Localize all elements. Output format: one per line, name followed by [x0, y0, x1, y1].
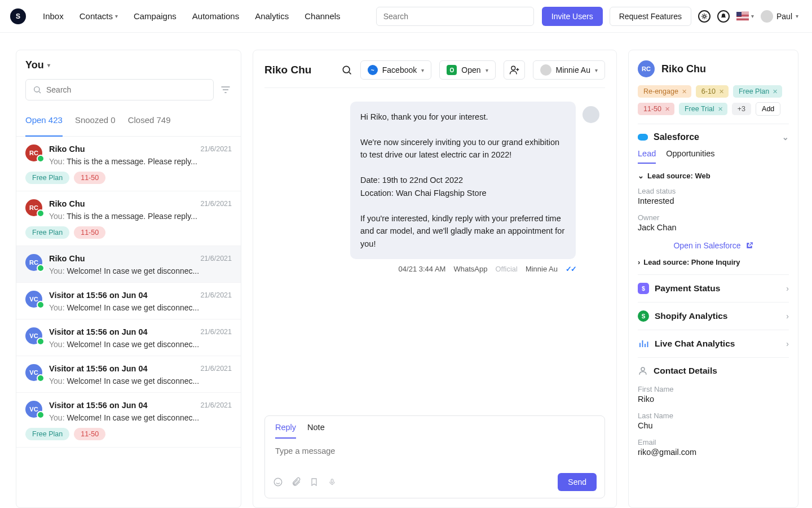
- app-logo[interactable]: S: [10, 8, 26, 24]
- nav-contacts[interactable]: Contacts▾: [80, 11, 118, 21]
- conversation-tag: Free Plan: [25, 172, 69, 184]
- salesforce-icon: [638, 134, 648, 141]
- add-participant-button[interactable]: [504, 60, 525, 80]
- microphone-icon[interactable]: [327, 477, 337, 487]
- conversation-avatar: RC: [25, 144, 42, 161]
- assignee-selector[interactable]: Minnie Au ▾: [533, 60, 605, 80]
- channel-label: Facebook: [382, 65, 417, 75]
- attachment-icon[interactable]: [291, 477, 301, 487]
- nav-analytics[interactable]: Analytics: [255, 11, 289, 21]
- composer-textarea[interactable]: [275, 446, 594, 465]
- message-line: If you're interested, kindly reply with …: [360, 212, 566, 250]
- message-time: 04/21 3:44 AM: [399, 265, 446, 273]
- remove-tag-icon[interactable]: ✕: [718, 106, 723, 113]
- conversation-date: 21/6/2021: [200, 291, 232, 299]
- add-tag-button[interactable]: Add: [756, 102, 780, 116]
- salesforce-header[interactable]: Salesforce ⌄: [638, 132, 789, 142]
- contact-tag[interactable]: Re-engage✕: [638, 85, 691, 98]
- user-menu[interactable]: Paul ▾: [761, 10, 798, 23]
- tag-label: Re-engage: [643, 87, 678, 95]
- conversation-item[interactable]: RCRiko Chu21/6/2021You: This is the a me…: [16, 137, 241, 191]
- locale-selector[interactable]: ▾: [736, 12, 754, 20]
- more-tags-pill[interactable]: +3: [732, 103, 751, 115]
- composer-tab-reply[interactable]: Reply: [275, 423, 296, 439]
- live-chat-analytics-label: Live Chat Analytics: [655, 339, 735, 349]
- composer-tab-note[interactable]: Note: [307, 423, 325, 439]
- chevron-down-icon: ▾: [421, 67, 424, 73]
- last-name-label: Last Name: [638, 411, 789, 420]
- salesforce-tab-lead[interactable]: Lead: [638, 149, 656, 164]
- remove-tag-icon[interactable]: ✕: [773, 88, 778, 95]
- conversation-item[interactable]: VCVisitor at 15:56 on Jun 0421/6/2021You…: [16, 283, 241, 319]
- chat-search-icon[interactable]: [341, 64, 352, 76]
- facebook-icon: ~: [368, 65, 378, 75]
- message-official: Official: [495, 265, 518, 273]
- bookmark-icon[interactable]: [309, 477, 319, 487]
- emoji-icon[interactable]: [273, 477, 283, 487]
- live-chat-analytics-row[interactable]: Live Chat Analytics ›: [638, 330, 789, 357]
- svg-point-4: [274, 478, 282, 486]
- chevron-down-icon: ▾: [115, 13, 118, 19]
- message-area[interactable]: Hi Riko, thank you for your interest. We…: [264, 88, 605, 408]
- inbox-owner-label: You: [25, 59, 44, 71]
- salesforce-tab-opportunities[interactable]: Opportunities: [666, 149, 714, 164]
- composer-tabs: Reply Note: [265, 416, 604, 439]
- tag-label: Free Trial: [685, 105, 714, 113]
- lead-status-label: Lead status: [638, 187, 789, 195]
- message-sender: Minnie Au: [526, 265, 558, 273]
- user-icon: [638, 366, 648, 376]
- inbox-owner-selector[interactable]: You ▾: [25, 59, 232, 71]
- tab-open[interactable]: Open 423: [25, 115, 63, 137]
- contact-tag[interactable]: Free Trial✕: [679, 103, 727, 115]
- shopify-analytics-label: Shopify Analytics: [655, 311, 727, 321]
- send-button[interactable]: Send: [558, 473, 597, 491]
- nav-campaigns[interactable]: Campaigns: [134, 11, 176, 21]
- tab-closed[interactable]: Closed 749: [128, 115, 171, 130]
- contact-details-title: Contact Details: [654, 366, 717, 376]
- conversation-item[interactable]: RCRiko Chu21/6/2021You: Welcome! In case…: [16, 246, 241, 283]
- contact-tag[interactable]: 6-10✕: [696, 85, 729, 98]
- svg-point-0: [703, 15, 705, 17]
- invite-users-button[interactable]: Invite Users: [542, 7, 603, 26]
- conversation-tag: Free Plan: [25, 226, 69, 239]
- conversation-name: Visitor at 15:56 on Jun 04: [49, 364, 148, 373]
- channel-selector[interactable]: ~ Facebook ▾: [360, 60, 431, 80]
- conversation-tag: 11-50: [74, 428, 105, 440]
- tab-snoozed[interactable]: Snoozed 0: [75, 115, 116, 130]
- nav-inbox[interactable]: Inbox: [43, 11, 64, 21]
- conversation-avatar: VC: [25, 327, 42, 344]
- contact-tag[interactable]: 11-50✕: [638, 103, 674, 115]
- chevron-down-icon: ▾: [751, 13, 754, 19]
- lead-source-phone[interactable]: › Lead source: Phone Inquiry: [638, 258, 789, 266]
- conversation-avatar: VC: [25, 401, 42, 418]
- remove-tag-icon[interactable]: ✕: [682, 88, 687, 95]
- nav-automations[interactable]: Automations: [192, 11, 239, 21]
- notifications-icon[interactable]: [717, 10, 730, 23]
- help-icon[interactable]: [698, 10, 710, 23]
- conversation-name: Riko Chu: [49, 254, 85, 263]
- conversation-item[interactable]: VCVisitor at 15:56 on Jun 0421/6/2021You…: [16, 356, 241, 393]
- payment-status-row[interactable]: $ Payment Status ›: [638, 274, 789, 302]
- conversation-search-input[interactable]: [46, 85, 206, 94]
- conversation-item[interactable]: RCRiko Chu21/6/2021You: This is the a me…: [16, 191, 241, 246]
- conversation-list-header: You ▾: [16, 50, 241, 107]
- nav-channels[interactable]: Channels: [304, 11, 340, 21]
- open-in-salesforce-link[interactable]: Open in Salesforce: [638, 237, 789, 253]
- contact-tag[interactable]: Free Plan✕: [733, 85, 782, 98]
- conversation-list[interactable]: RCRiko Chu21/6/2021You: This is the a me…: [16, 137, 241, 507]
- contact-details-header: Contact Details: [638, 357, 789, 384]
- request-features-button[interactable]: Request Features: [610, 7, 691, 26]
- conversation-avatar: RC: [25, 199, 42, 216]
- conversation-search[interactable]: [25, 79, 214, 100]
- remove-tag-icon[interactable]: ✕: [665, 106, 670, 113]
- conversation-avatar: RC: [25, 254, 42, 271]
- status-selector[interactable]: O Open ▾: [439, 60, 495, 80]
- conversation-item[interactable]: VCVisitor at 15:56 on Jun 0421/6/2021You…: [16, 319, 241, 356]
- lead-source-web[interactable]: ⌄ Lead source: Web: [638, 172, 789, 180]
- global-search-input[interactable]: [383, 12, 527, 21]
- conversation-item[interactable]: VCVisitor at 15:56 on Jun 0421/6/2021You…: [16, 393, 241, 448]
- shopify-analytics-row[interactable]: S Shopify Analytics ›: [638, 302, 789, 330]
- remove-tag-icon[interactable]: ✕: [719, 88, 724, 95]
- global-search[interactable]: [376, 7, 534, 26]
- filter-icon[interactable]: [219, 84, 232, 96]
